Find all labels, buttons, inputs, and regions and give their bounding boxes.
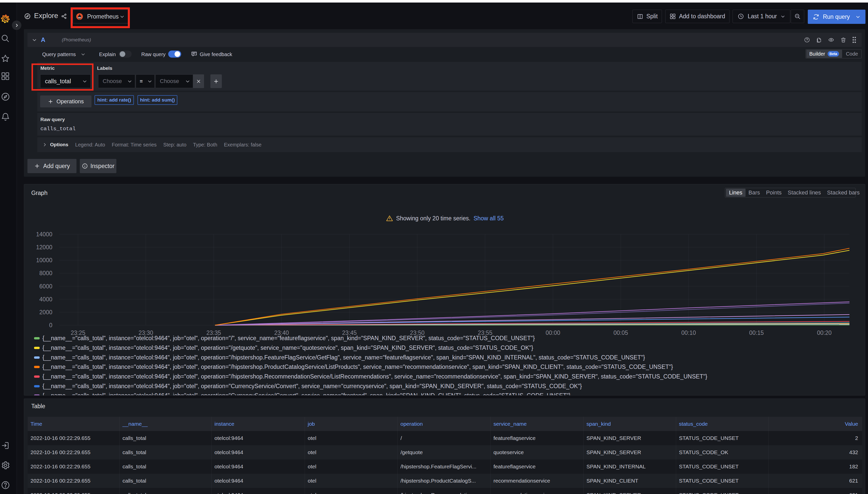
svg-text:2000: 2000 — [39, 309, 52, 316]
svg-text:4000: 4000 — [39, 296, 52, 303]
svg-text:12000: 12000 — [36, 244, 52, 250]
svg-text:8000: 8000 — [39, 270, 52, 277]
svg-text:0: 0 — [49, 322, 52, 328]
svg-text:6000: 6000 — [39, 283, 52, 290]
svg-text:14000: 14000 — [36, 231, 52, 238]
svg-text:10000: 10000 — [36, 257, 52, 264]
